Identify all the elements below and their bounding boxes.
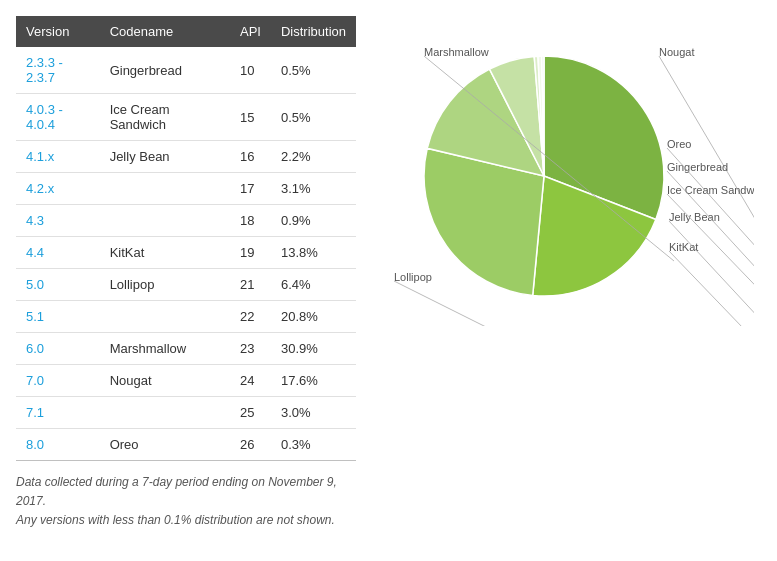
pie-label-text: Gingerbread [667,161,728,173]
cell-version: 5.0 [16,269,100,301]
cell-codename: Lollipop [100,269,230,301]
cell-distribution: 2.2% [271,141,356,173]
cell-api: 16 [230,141,271,173]
pie-label-text: Jelly Bean [669,211,720,223]
cell-codename [100,397,230,429]
cell-api: 25 [230,397,271,429]
cell-version: 4.1.x [16,141,100,173]
cell-distribution: 0.5% [271,94,356,141]
cell-codename: Jelly Bean [100,141,230,173]
cell-distribution: 3.1% [271,173,356,205]
cell-api: 22 [230,301,271,333]
pie-label-text: Nougat [659,46,694,58]
cell-api: 23 [230,333,271,365]
pie-chart-svg: MarshmallowNougatLollipopKitKatJelly Bea… [374,26,754,326]
cell-distribution: 0.3% [271,429,356,461]
pie-label-text: Lollipop [394,271,432,283]
table-row: 4.1.xJelly Bean162.2% [16,141,356,173]
cell-distribution: 30.9% [271,333,356,365]
footnotes: Data collected during a 7-day period end… [16,473,356,531]
table-row: 5.12220.8% [16,301,356,333]
cell-distribution: 13.8% [271,237,356,269]
cell-codename: Gingerbread [100,47,230,94]
cell-distribution: 6.4% [271,269,356,301]
cell-version: 5.1 [16,301,100,333]
cell-api: 21 [230,269,271,301]
cell-version: 4.4 [16,237,100,269]
main-container: Version Codename API Distribution 2.3.3 … [16,16,761,531]
cell-distribution: 20.8% [271,301,356,333]
table-row: 4.0.3 - 4.0.4Ice Cream Sandwich150.5% [16,94,356,141]
cell-version: 4.0.3 - 4.0.4 [16,94,100,141]
cell-codename: KitKat [100,237,230,269]
table-row: 4.2.x173.1% [16,173,356,205]
cell-version: 8.0 [16,429,100,461]
cell-distribution: 17.6% [271,365,356,397]
footnote-1: Data collected during a 7-day period end… [16,473,356,511]
cell-version: 4.2.x [16,173,100,205]
pie-label-text: Oreo [667,138,691,150]
cell-api: 19 [230,237,271,269]
pie-label-text: KitKat [669,241,698,253]
cell-distribution: 0.5% [271,47,356,94]
pie-label-line [669,221,754,326]
table-row: 7.0Nougat2417.6% [16,365,356,397]
footnote-2: Any versions with less than 0.1% distrib… [16,511,356,530]
cell-api: 10 [230,47,271,94]
pie-chart-container: MarshmallowNougatLollipopKitKatJelly Bea… [374,26,754,326]
cell-codename [100,173,230,205]
table-row: 4.4KitKat1913.8% [16,237,356,269]
cell-version: 2.3.3 - 2.3.7 [16,47,100,94]
pie-label-text: Marshmallow [424,46,489,58]
pie-label-line [669,251,754,326]
cell-version: 6.0 [16,333,100,365]
cell-distribution: 0.9% [271,205,356,237]
chart-section: MarshmallowNougatLollipopKitKatJelly Bea… [366,16,761,326]
cell-codename [100,301,230,333]
cell-api: 24 [230,365,271,397]
cell-api: 15 [230,94,271,141]
col-header-distribution: Distribution [271,16,356,47]
cell-api: 17 [230,173,271,205]
col-header-api: API [230,16,271,47]
col-header-codename: Codename [100,16,230,47]
cell-codename: Nougat [100,365,230,397]
table-row: 6.0Marshmallow2330.9% [16,333,356,365]
cell-version: 7.0 [16,365,100,397]
table-row: 8.0Oreo260.3% [16,429,356,461]
cell-version: 4.3 [16,205,100,237]
table-row: 7.1253.0% [16,397,356,429]
table-row: 5.0Lollipop216.4% [16,269,356,301]
cell-distribution: 3.0% [271,397,356,429]
col-header-version: Version [16,16,100,47]
cell-codename: Ice Cream Sandwich [100,94,230,141]
cell-codename: Oreo [100,429,230,461]
cell-codename: Marshmallow [100,333,230,365]
cell-codename [100,205,230,237]
cell-api: 26 [230,429,271,461]
table-row: 4.3180.9% [16,205,356,237]
cell-api: 18 [230,205,271,237]
distribution-table: Version Codename API Distribution 2.3.3 … [16,16,356,461]
table-section: Version Codename API Distribution 2.3.3 … [16,16,356,531]
table-row: 2.3.3 - 2.3.7Gingerbread100.5% [16,47,356,94]
cell-version: 7.1 [16,397,100,429]
table-header-row: Version Codename API Distribution [16,16,356,47]
